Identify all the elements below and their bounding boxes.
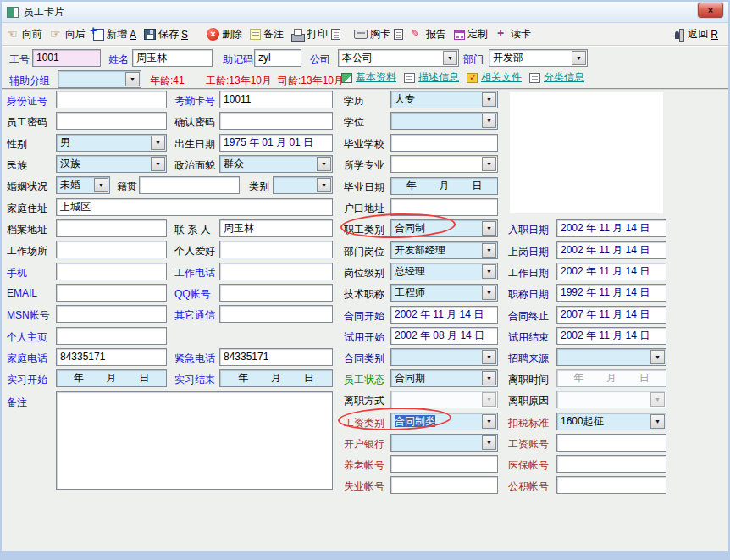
attendance-no-input[interactable]: 10011 bbox=[219, 91, 333, 108]
contract-end-input[interactable]: 2007 年 11 月 14 日 bbox=[556, 306, 666, 324]
delete-button[interactable]: 删除 bbox=[207, 27, 242, 42]
qq-input[interactable] bbox=[219, 284, 333, 302]
forward-button[interactable]: 向后 bbox=[50, 27, 86, 42]
back-button[interactable]: 向前 bbox=[7, 27, 42, 42]
msn-input[interactable] bbox=[56, 305, 167, 323]
dept-position-select[interactable]: 开发部经理▼ bbox=[390, 241, 498, 259]
chevron-down-icon[interactable]: ▼ bbox=[94, 178, 108, 192]
chevron-down-icon[interactable]: ▼ bbox=[650, 350, 665, 364]
chevron-down-icon[interactable]: ▼ bbox=[151, 157, 165, 171]
start-work-date-input[interactable]: 2002 年 11 月 14 日 bbox=[556, 241, 666, 259]
archive-address-input[interactable] bbox=[56, 219, 167, 237]
chevron-down-icon[interactable]: ▼ bbox=[482, 157, 496, 171]
employee-status-select[interactable]: 合同期▼ bbox=[390, 369, 498, 387]
id-card-input[interactable] bbox=[56, 91, 167, 108]
chevron-down-icon[interactable]: ▼ bbox=[151, 136, 165, 150]
chevron-down-icon[interactable]: ▼ bbox=[650, 414, 665, 429]
read-card-button[interactable]: 读卡 bbox=[495, 27, 531, 42]
customize-button[interactable]: 定制 bbox=[454, 27, 488, 42]
emp-no-input[interactable]: 1001 bbox=[32, 49, 101, 67]
employee-type-select[interactable]: 合同制▼ bbox=[390, 219, 498, 237]
school-input[interactable] bbox=[390, 134, 498, 152]
intern-end-date[interactable]: 年 月 日 bbox=[219, 369, 333, 387]
probation-end-input[interactable]: 2002 年 11 月 14 日 bbox=[556, 327, 666, 345]
chevron-down-icon[interactable]: ▼ bbox=[125, 72, 140, 86]
emergency-phone-input[interactable]: 84335171 bbox=[219, 348, 333, 366]
hire-date-input[interactable]: 2002 年 11 月 14 日 bbox=[556, 219, 666, 237]
graduation-date-input[interactable]: 年 月 日 bbox=[390, 177, 498, 195]
marital-select[interactable]: 未婚▼ bbox=[56, 176, 110, 194]
other-contact-input[interactable] bbox=[219, 305, 333, 323]
ethnicity-select[interactable]: 汉族▼ bbox=[56, 155, 167, 173]
position-level-select[interactable]: 总经理▼ bbox=[390, 263, 498, 280]
chevron-down-icon[interactable]: ▼ bbox=[482, 414, 496, 429]
chevron-down-icon[interactable]: ▼ bbox=[482, 264, 496, 279]
print-button[interactable]: 打印 bbox=[291, 27, 328, 42]
recruit-source-select[interactable]: ▼ bbox=[556, 348, 666, 366]
education-select[interactable]: 大专▼ bbox=[390, 91, 498, 108]
chevron-down-icon[interactable]: ▼ bbox=[572, 51, 586, 65]
salary-account-input[interactable] bbox=[556, 434, 666, 452]
contract-start-input[interactable]: 2002 年 11 月 14 日 bbox=[390, 306, 498, 324]
chevron-down-icon[interactable]: ▼ bbox=[482, 92, 496, 107]
badge-button[interactable]: 胸卡 bbox=[354, 27, 390, 42]
chevron-down-icon[interactable]: ▼ bbox=[482, 114, 496, 128]
fund-account-input[interactable] bbox=[556, 476, 666, 494]
chevron-down-icon[interactable]: ▼ bbox=[482, 371, 496, 385]
aux-group-select[interactable]: ▼ bbox=[58, 70, 141, 88]
unemployment-account-input[interactable] bbox=[390, 476, 498, 494]
registered-address-input[interactable] bbox=[390, 198, 498, 216]
tech-title-select[interactable]: 工程师▼ bbox=[390, 284, 498, 302]
chevron-down-icon[interactable]: ▼ bbox=[317, 178, 331, 192]
work-date-input[interactable]: 2002 年 11 月 14 日 bbox=[556, 263, 666, 280]
political-select[interactable]: 群众▼ bbox=[219, 155, 333, 173]
tab-classification-info[interactable]: 分类信息 bbox=[529, 70, 584, 85]
mobile-input[interactable] bbox=[56, 263, 167, 280]
close-button[interactable]: × bbox=[698, 3, 723, 18]
new-button[interactable]: 新增A bbox=[93, 27, 136, 42]
chevron-down-icon[interactable]: ▼ bbox=[317, 157, 331, 171]
email-input[interactable] bbox=[56, 284, 167, 302]
report-button[interactable]: 报告 bbox=[411, 27, 446, 42]
tab-basic-info[interactable]: 基本资料 bbox=[341, 70, 396, 85]
homepage-input[interactable] bbox=[56, 327, 167, 345]
return-button[interactable]: 返回R bbox=[673, 27, 718, 42]
contract-type-select[interactable]: ▼ bbox=[390, 348, 498, 366]
confirm-password-input[interactable] bbox=[219, 112, 333, 130]
probation-start-input[interactable]: 2002 年 08 月 14 日 bbox=[390, 327, 498, 345]
home-phone-input[interactable]: 84335171 bbox=[56, 348, 167, 366]
chevron-down-icon[interactable]: ▼ bbox=[482, 435, 496, 450]
chevron-down-icon[interactable]: ▼ bbox=[482, 286, 496, 300]
birth-date-input[interactable]: 1975 年 01 月 01 日 bbox=[219, 134, 333, 152]
medical-account-input[interactable] bbox=[556, 455, 666, 473]
chevron-down-icon[interactable]: ▼ bbox=[482, 243, 496, 258]
hobby-input[interactable] bbox=[219, 241, 333, 258]
workplace-input[interactable] bbox=[56, 241, 167, 258]
badge-preview-button[interactable] bbox=[394, 29, 403, 40]
print-preview-button[interactable] bbox=[331, 29, 340, 40]
chevron-down-icon[interactable]: ▼ bbox=[443, 51, 457, 65]
work-phone-input[interactable] bbox=[219, 263, 333, 280]
major-select[interactable]: ▼ bbox=[390, 155, 498, 173]
salary-type-select[interactable]: 合同制类▼ bbox=[390, 413, 498, 430]
bank-select[interactable]: ▼ bbox=[390, 434, 498, 452]
contact-input[interactable]: 周玉林 bbox=[219, 219, 333, 237]
mnemonic-input[interactable]: zyl bbox=[254, 49, 301, 67]
chevron-down-icon[interactable]: ▼ bbox=[482, 350, 496, 364]
chevron-down-icon[interactable]: ▼ bbox=[482, 221, 496, 236]
remarks-textarea[interactable] bbox=[56, 391, 333, 490]
intern-start-date[interactable]: 年 月 日 bbox=[56, 369, 167, 387]
note-button[interactable]: 备注 bbox=[250, 27, 284, 42]
native-place-input[interactable] bbox=[139, 176, 240, 194]
tab-description-info[interactable]: 描述信息 bbox=[404, 70, 459, 85]
company-select[interactable]: 本公司▼ bbox=[338, 49, 459, 67]
pension-account-input[interactable] bbox=[390, 455, 498, 473]
home-address-input[interactable]: 上城区 bbox=[56, 198, 333, 216]
gender-select[interactable]: 男▼ bbox=[56, 134, 167, 152]
save-button[interactable]: 保存S bbox=[144, 27, 188, 42]
title-date-input[interactable]: 1992 年 11 月 14 日 bbox=[556, 284, 666, 302]
name-input[interactable]: 周玉林 bbox=[132, 49, 213, 67]
password-input[interactable] bbox=[56, 112, 167, 130]
degree-select[interactable]: ▼ bbox=[390, 112, 498, 130]
tab-related-files[interactable]: 相关文件 bbox=[467, 70, 522, 85]
